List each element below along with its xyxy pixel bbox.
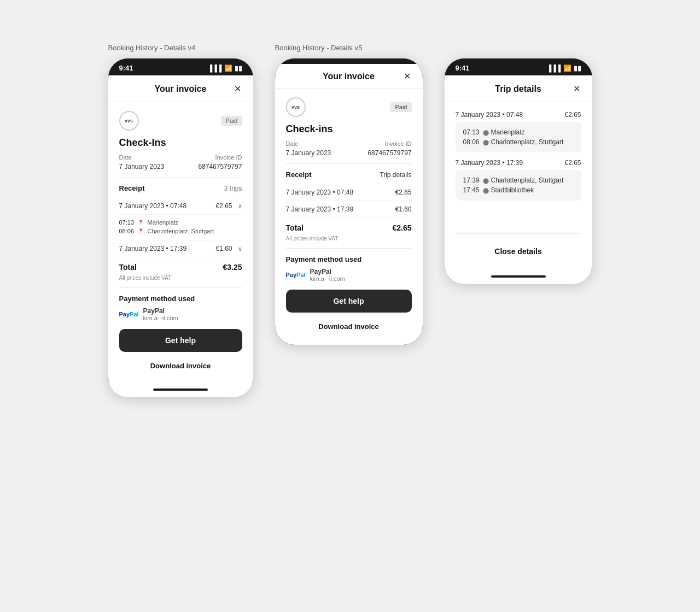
stop-place-v4-0-0: Marienplatz bbox=[148, 219, 179, 226]
stop-row-v4-0-0: 07:13 📍 Marienplatz bbox=[119, 218, 242, 227]
trip-group-price-0: €2.65 bbox=[564, 111, 581, 119]
close-details-button[interactable]: Close details bbox=[456, 240, 581, 262]
stop-time-v4-0-0: 07:13 bbox=[119, 219, 138, 226]
trip-date-v5-1: 7 January 2023 • 17:39 bbox=[286, 205, 354, 213]
v4-receipt-header: Receipt 3 trips bbox=[119, 184, 242, 192]
vvs-text-v5: vvs bbox=[291, 105, 300, 110]
v4-logo-row: vvs Paid bbox=[119, 111, 242, 131]
trip-card-time-0-0: 07:13 bbox=[463, 128, 483, 136]
trip-card-time-0-1: 08:06 bbox=[463, 138, 483, 146]
stop-place-v4-0-1: Charlottenplatz, Stuttgart bbox=[148, 228, 214, 234]
status-bar-trip: 9:41 ▐▐▐ 📶 ▮▮ bbox=[445, 58, 592, 75]
wifi-icon: 📶 bbox=[224, 64, 232, 72]
v4-invoice-body: vvs Paid Check-Ins Date Invoice ID 7 Ja bbox=[108, 102, 253, 384]
status-icons-trip: ▐▐▐ 📶 ▮▮ bbox=[547, 64, 581, 72]
v5-total-price: €2.65 bbox=[392, 223, 411, 232]
trip-card-time-1-1: 17:45 bbox=[463, 186, 483, 194]
v4-divider-1 bbox=[119, 177, 242, 178]
v4-paypal-info: PayPal kim.a···il.com bbox=[143, 307, 178, 321]
v4-get-help-button[interactable]: Get help bbox=[119, 329, 242, 352]
trip-price-v5-1: €1.60 bbox=[395, 205, 411, 213]
status-bar-v4: 9:41 ▐▐▐ 📶 ▮▮ bbox=[108, 58, 253, 75]
v5-close-button[interactable]: ✕ bbox=[401, 69, 414, 83]
v5-download-invoice[interactable]: Download invoice bbox=[286, 320, 412, 336]
time-v4: 9:41 bbox=[119, 64, 133, 72]
trip-divider bbox=[456, 233, 581, 234]
trip-card-stop-1-0: 17:39 ⬤ Charlottenplatz, Stuttgart bbox=[463, 175, 574, 185]
battery-icon-trip: ▮▮ bbox=[574, 64, 581, 72]
v5-label: Booking History - Details v5 bbox=[275, 44, 363, 52]
trip-toggle-v4-0[interactable]: ∧ bbox=[238, 203, 242, 210]
trip-close-button[interactable]: ✕ bbox=[570, 82, 584, 95]
trip-details-body: 7 January 2023 • 07:48 €2.65 07:13 ⬤ Mar… bbox=[445, 102, 592, 271]
trip-date-v4-0: 7 January 2023 • 07:48 bbox=[119, 202, 187, 210]
v5-invoice-id-value: 687467579797 bbox=[368, 149, 411, 157]
v5-date-label: Date bbox=[286, 140, 299, 147]
v5-column: Booking History - Details v5 Your invoic… bbox=[275, 44, 423, 345]
trip-date-v4-1: 7 January 2023 • 17:39 bbox=[119, 245, 187, 252]
trip-home-bar bbox=[491, 275, 546, 278]
v5-invoice-meta-labels: Date Invoice ID bbox=[286, 140, 412, 147]
v5-divider-1 bbox=[286, 163, 412, 164]
v5-divider-2 bbox=[286, 248, 412, 249]
v4-scroll-area: vvs Paid Check-Ins Date Invoice ID 7 Ja bbox=[108, 102, 253, 384]
signal-icon-trip: ▐▐▐ bbox=[547, 64, 561, 72]
trip-group-1: 7 January 2023 • 17:39 €2.65 17:39 ⬤ Cha… bbox=[456, 159, 581, 201]
v4-payment-email: kim.a···il.com bbox=[143, 315, 178, 321]
trip-stops-v4-0: 07:13 📍 Marienplatz 08:06 📍 Charlottenpl… bbox=[119, 215, 242, 240]
v5-section-title: Check-ins bbox=[286, 123, 412, 135]
pin-icon-v4-0-0: 📍 bbox=[138, 219, 144, 226]
time-trip: 9:41 bbox=[456, 64, 470, 72]
v4-close-button[interactable]: ✕ bbox=[231, 82, 244, 95]
trip-group-header-1: 7 January 2023 • 17:39 €2.65 bbox=[456, 159, 581, 167]
v4-label: Booking History - Details v4 bbox=[108, 44, 196, 52]
trip-group-date-0: 7 January 2023 • 07:48 bbox=[456, 111, 523, 119]
trip-card-0: 07:13 ⬤ Marienplatz 08:06 ⬤ Charlottenpl… bbox=[456, 122, 581, 152]
status-icons-v4: ▐▐▐ 📶 ▮▮ bbox=[208, 64, 242, 72]
close-details-spacer: Close details bbox=[456, 233, 581, 262]
v4-home-bar bbox=[153, 389, 208, 391]
trip-card-time-1-0: 17:39 bbox=[463, 176, 483, 184]
v5-date-value: 7 January 2023 bbox=[286, 149, 331, 157]
v4-invoice-meta: Date Invoice ID bbox=[119, 154, 242, 161]
trip-modal-title: Trip details bbox=[495, 84, 541, 94]
v4-screen: Your invoice ✕ vvs Paid Check-Ins bbox=[108, 75, 253, 397]
trip-row-v4-1[interactable]: 7 January 2023 • 17:39 €1.60 ∨ bbox=[119, 240, 242, 257]
pin-small-1-1: ⬤ bbox=[483, 187, 489, 193]
v4-date-label: Date bbox=[119, 154, 132, 161]
v4-payment-label: Payment method used bbox=[119, 295, 242, 303]
v4-payment-name: PayPal bbox=[143, 307, 178, 315]
v4-section-title: Check-Ins bbox=[119, 137, 242, 149]
v5-invoice-id-label: Invoice ID bbox=[385, 140, 412, 147]
v5-get-help-button[interactable]: Get help bbox=[286, 290, 412, 313]
v4-invoice-id-value: 687467579797 bbox=[198, 163, 242, 170]
trip-toggle-v4-1[interactable]: ∨ bbox=[238, 245, 242, 252]
v5-trip-details-link[interactable]: Trip details bbox=[380, 171, 411, 179]
trip-row-v4-0[interactable]: 7 January 2023 • 07:48 €2.65 ∧ bbox=[119, 198, 242, 215]
v5-logo-row: vvs Paid bbox=[286, 97, 412, 117]
trip-price-v4-1: €1.60 bbox=[215, 245, 232, 252]
trip-price-v5-0: €2.65 bbox=[395, 189, 411, 196]
trip-row-v5-0: 7 January 2023 • 07:48 €2.65 bbox=[286, 184, 412, 201]
v5-paypal-info: PayPal kim.a···il.com bbox=[310, 268, 345, 282]
battery-icon: ▮▮ bbox=[235, 64, 242, 72]
v4-total-price: €3.25 bbox=[223, 263, 242, 272]
v4-receipt-label: Receipt bbox=[119, 184, 145, 192]
v5-payment-label: Payment method used bbox=[286, 255, 412, 263]
pin-small-1-0: ⬤ bbox=[483, 178, 489, 184]
paid-badge-v5: Paid bbox=[390, 102, 411, 112]
paypal-logo-v5: PayPal bbox=[286, 272, 306, 278]
stop-time-v4-0-1: 08:06 bbox=[119, 228, 138, 234]
pin-small-0-0: ⬤ bbox=[483, 130, 489, 136]
trip-price-v4-0: €2.65 bbox=[215, 202, 232, 210]
trip-card-1: 17:39 ⬤ Charlottenplatz, Stuttgart 17:45… bbox=[456, 170, 581, 201]
v5-scroll-area: vvs Paid Check-ins Date Invoice ID 7 Ja bbox=[275, 89, 423, 345]
v4-download-invoice[interactable]: Download invoice bbox=[119, 360, 242, 375]
signal-icon: ▐▐▐ bbox=[208, 64, 222, 72]
trip-group-0: 7 January 2023 • 07:48 €2.65 07:13 ⬤ Mar… bbox=[456, 111, 581, 152]
paid-badge-v4: Paid bbox=[221, 116, 242, 126]
v5-payment-name: PayPal bbox=[310, 268, 345, 275]
v5-invoice-body: vvs Paid Check-ins Date Invoice ID 7 Ja bbox=[275, 89, 423, 345]
v5-total-row: Total €2.65 bbox=[286, 218, 412, 236]
v5-payment-row: PayPal PayPal kim.a···il.com bbox=[286, 268, 412, 282]
